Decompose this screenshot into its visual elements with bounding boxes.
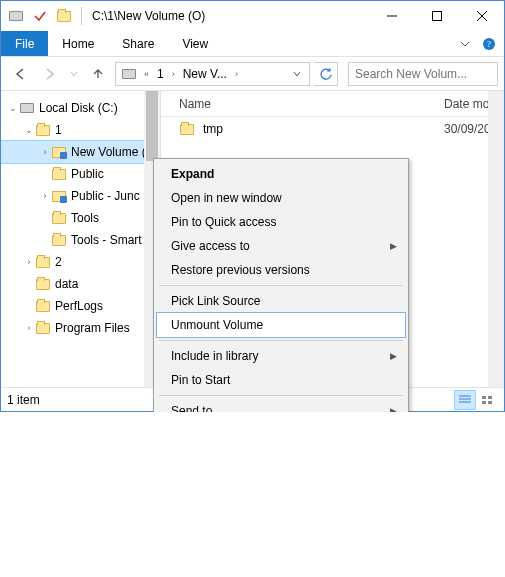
junc-icon xyxy=(51,188,67,204)
list-item[interactable]: tmp30/09/201 xyxy=(161,117,504,141)
col-name[interactable]: Name xyxy=(179,97,444,111)
recent-dropdown[interactable] xyxy=(67,61,81,87)
tree-item-label: 2 xyxy=(55,255,62,269)
expand-icon[interactable]: › xyxy=(39,191,51,201)
tree-item[interactable]: Public xyxy=(1,163,160,185)
tab-share[interactable]: Share xyxy=(108,33,168,55)
menu-separator xyxy=(159,340,403,341)
view-largeicons-button[interactable] xyxy=(476,390,498,410)
tree-item[interactable]: ›New Volume (O xyxy=(1,141,160,163)
qat-newfolder-icon[interactable] xyxy=(53,5,75,27)
tab-home[interactable]: Home xyxy=(48,33,108,55)
submenu-arrow-icon: ▶ xyxy=(390,351,397,361)
tree-item-label: Program Files xyxy=(55,321,130,335)
menu-separator xyxy=(159,285,403,286)
tree-item-label: Tools xyxy=(71,211,99,225)
content-scrollbar[interactable] xyxy=(488,91,504,387)
tree-item[interactable]: ›Program Files xyxy=(1,317,160,339)
address-dropdown[interactable] xyxy=(287,70,307,78)
menu-item-label: Pin to Start xyxy=(171,373,230,387)
menu-item[interactable]: Include in library▶ xyxy=(157,344,405,368)
folder-icon xyxy=(35,254,51,270)
menu-item-label: Include in library xyxy=(171,349,258,363)
menu-item[interactable]: Give access to▶ xyxy=(157,234,405,258)
menu-item-label: Pin to Quick access xyxy=(171,215,276,229)
addr-drive-icon[interactable] xyxy=(118,63,140,85)
menu-item[interactable]: Restore previous versions xyxy=(157,258,405,282)
back-button[interactable] xyxy=(7,61,33,87)
ribbon-expand-icon[interactable] xyxy=(456,39,480,49)
tree-item[interactable]: ⌄1 xyxy=(1,119,160,141)
search-input[interactable] xyxy=(353,66,493,82)
expand-icon[interactable]: ⌄ xyxy=(23,125,35,135)
expand-icon[interactable]: › xyxy=(23,257,35,267)
tree-item-label: 1 xyxy=(55,123,62,137)
expand-icon[interactable]: ⌄ xyxy=(7,103,19,113)
minimize-button[interactable] xyxy=(369,1,414,31)
tree-item-label: Tools - Smart xyxy=(71,233,142,247)
address-bar[interactable]: « 1 › New V... › xyxy=(115,62,310,86)
tree-item-label: Public - Junc xyxy=(71,189,140,203)
menu-item-label: Open in new window xyxy=(171,191,282,205)
menu-separator xyxy=(159,395,403,396)
svg-rect-9 xyxy=(482,396,486,399)
maximize-button[interactable] xyxy=(414,1,459,31)
menu-item-label: Expand xyxy=(171,167,214,181)
tree-item[interactable]: data xyxy=(1,273,160,295)
tree-pane: ⌄Local Disk (C:)⌄1›New Volume (OPublic›P… xyxy=(1,91,161,387)
tree-item[interactable]: Tools - Smart xyxy=(1,229,160,251)
item-name: tmp xyxy=(203,122,444,136)
tree-item[interactable]: ›Public - Junc xyxy=(1,185,160,207)
menu-item-label: Send to xyxy=(171,404,212,412)
chevron-icon[interactable]: › xyxy=(231,69,242,79)
tree-item-label: Public xyxy=(71,167,104,181)
menu-item[interactable]: Send to▶ xyxy=(157,399,405,412)
expand-icon[interactable]: › xyxy=(39,147,51,157)
window-title: C:\1\New Volume (O) xyxy=(88,9,369,23)
chevron-icon[interactable]: › xyxy=(168,69,179,79)
menu-item[interactable]: Open in new window xyxy=(157,186,405,210)
view-details-button[interactable] xyxy=(454,390,476,410)
tree-item[interactable]: PerfLogs xyxy=(1,295,160,317)
close-button[interactable] xyxy=(459,1,504,31)
up-button[interactable] xyxy=(85,61,111,87)
tree-item[interactable]: ⌄Local Disk (C:) xyxy=(1,97,160,119)
svg-rect-10 xyxy=(488,396,492,399)
chevron-icon[interactable]: « xyxy=(140,69,153,79)
svg-rect-11 xyxy=(482,401,486,404)
qat-drive-icon[interactable] xyxy=(5,5,27,27)
breadcrumb-1[interactable]: 1 xyxy=(153,63,168,85)
svg-rect-1 xyxy=(432,12,441,21)
folder-icon xyxy=(51,232,67,248)
tree-item-label: New Volume (O xyxy=(71,145,155,159)
menu-item-label: Restore previous versions xyxy=(171,263,310,277)
tree-item-label: Local Disk (C:) xyxy=(39,101,118,115)
submenu-arrow-icon: ▶ xyxy=(390,406,397,412)
expand-icon[interactable]: › xyxy=(23,323,35,333)
tree-item-label: data xyxy=(55,277,78,291)
submenu-arrow-icon: ▶ xyxy=(390,241,397,251)
folder-icon xyxy=(51,166,67,182)
menu-item[interactable]: Pick Link Source xyxy=(157,289,405,313)
breadcrumb-2[interactable]: New V... xyxy=(179,63,231,85)
tree-item[interactable]: Tools xyxy=(1,207,160,229)
context-menu: ExpandOpen in new windowPin to Quick acc… xyxy=(153,158,409,412)
forward-button[interactable] xyxy=(37,61,63,87)
nav-row: « 1 › New V... › xyxy=(1,57,504,91)
ribbon: File Home Share View ? xyxy=(1,31,504,57)
menu-item[interactable]: Pin to Start xyxy=(157,368,405,392)
refresh-button[interactable] xyxy=(314,62,338,86)
menu-item[interactable]: Pin to Quick access xyxy=(157,210,405,234)
qat-properties-icon[interactable] xyxy=(29,5,51,27)
svg-rect-12 xyxy=(488,401,492,404)
folder-icon xyxy=(35,320,51,336)
help-icon[interactable]: ? xyxy=(480,37,504,51)
menu-item[interactable]: Unmount Volume xyxy=(157,313,405,337)
file-tab[interactable]: File xyxy=(1,31,48,56)
tree-item[interactable]: ›2 xyxy=(1,251,160,273)
menu-item[interactable]: Expand xyxy=(157,162,405,186)
menu-item-label: Give access to xyxy=(171,239,250,253)
folder-icon xyxy=(35,122,51,138)
tab-view[interactable]: View xyxy=(168,33,222,55)
search-box[interactable] xyxy=(348,62,498,86)
